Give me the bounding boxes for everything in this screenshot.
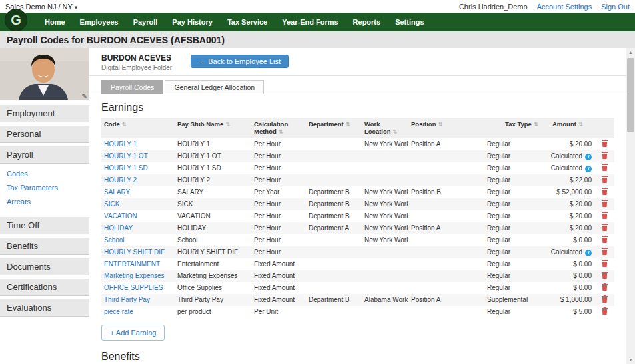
delete-earning-button[interactable] [602, 272, 608, 280]
delete-earning-button[interactable] [602, 260, 608, 268]
edit-photo-icon[interactable]: ✎ [82, 92, 87, 100]
amount-cell: $ 5.00i [541, 306, 594, 318]
work-location-cell: New York Work Loc [362, 234, 408, 246]
earning-code-link[interactable]: ENTERTAINMENT [104, 260, 160, 268]
account-settings-link[interactable]: Account Settings [537, 3, 592, 11]
sidebar-item[interactable]: Benefits [0, 238, 89, 255]
earning-code-link[interactable]: HOURLY SHIFT DIF [104, 248, 165, 256]
nav-item[interactable]: Year-End Forms [275, 18, 345, 26]
sort-icon[interactable]: ⇅ [122, 121, 127, 128]
delete-earning-button[interactable] [602, 188, 608, 196]
current-user-label: Chris Hadden_Demo [459, 3, 528, 11]
info-icon[interactable]: i [585, 250, 592, 256]
delete-earning-button[interactable] [602, 236, 608, 244]
tax-type-cell: Regular [484, 186, 541, 198]
earning-code-link[interactable]: Marketing Expenses [104, 272, 165, 279]
earning-code-link[interactable]: HOLIDAY [104, 224, 133, 232]
delete-earning-button[interactable] [602, 200, 608, 208]
column-header[interactable]: Pay Stub Name⇅ [175, 118, 251, 138]
earning-code-link[interactable]: HOURLY 1 SD [104, 164, 148, 172]
sidebar-item[interactable]: Certifications [0, 279, 89, 296]
column-header[interactable]: Department⇅ [306, 118, 362, 138]
delete-earning-button[interactable] [602, 164, 608, 172]
delete-earning-button[interactable] [602, 212, 608, 220]
delete-earning-button[interactable] [602, 140, 608, 148]
info-icon[interactable]: i [585, 166, 592, 172]
scroll-up-arrow[interactable]: ▲ [626, 48, 635, 57]
sort-icon[interactable]: ⇅ [534, 121, 538, 128]
sidebar-sub-link[interactable]: Arrears [0, 195, 89, 209]
tax-type-cell: Regular [484, 162, 541, 174]
sort-icon[interactable]: ⇅ [438, 121, 442, 128]
sort-icon[interactable]: ⇅ [393, 128, 398, 135]
back-to-employee-list-button[interactable]: ← Back to Employee List [191, 55, 289, 68]
sidebar-sub-link[interactable]: Codes [0, 167, 89, 181]
trash-icon [602, 295, 608, 303]
tab-payroll-codes[interactable]: Payroll Codes [101, 80, 163, 94]
position-cell [408, 174, 484, 186]
earning-code-link[interactable]: School [104, 236, 125, 244]
tax-type-cell: Regular [484, 246, 541, 258]
sidebar-item[interactable]: Evaluations [0, 299, 89, 317]
column-header[interactable]: Calculation Method⇅ [251, 118, 306, 138]
column-header[interactable]: Position⇅ [408, 118, 484, 138]
nav-item[interactable]: Pay History [165, 18, 220, 26]
app-logo[interactable]: G [5, 9, 27, 31]
earning-code-link[interactable]: SALARY [104, 188, 130, 196]
earning-code-link[interactable]: HOURLY 1 [104, 140, 137, 148]
nav-item[interactable]: Tax Service [220, 18, 275, 26]
earnings-row: ENTERTAINMENT Entertainment Fixed Amount… [101, 258, 614, 270]
delete-earning-button[interactable] [602, 307, 608, 316]
delete-earning-button[interactable] [602, 283, 608, 292]
sidebar-item[interactable]: Personal [0, 126, 89, 143]
delete-earning-button[interactable] [602, 176, 608, 184]
scroll-down-arrow[interactable]: ▼ [626, 355, 635, 364]
column-header[interactable]: Amount⇅ [541, 118, 594, 138]
calc-method-cell: Per Hour [251, 150, 306, 162]
column-header[interactable]: ⇅ [594, 118, 614, 138]
earning-code-link[interactable]: HOURLY 1 OT [104, 152, 148, 160]
column-header[interactable]: Code⇅ [101, 118, 175, 138]
nav-item[interactable]: Home [37, 18, 73, 26]
column-header[interactable]: Work Location⇅ [362, 118, 408, 138]
sidebar-item[interactable]: Time Off [0, 217, 89, 234]
sort-icon[interactable]: ⇅ [346, 121, 350, 128]
sidebar-item[interactable]: Employment [0, 105, 89, 122]
sort-icon[interactable]: ⇅ [225, 121, 230, 128]
earning-code-link[interactable]: piece rate [104, 308, 133, 315]
amount-cell: $ 0.00i [541, 234, 594, 246]
delete-earning-button[interactable] [602, 152, 608, 160]
scrollbar-thumb[interactable] [627, 58, 634, 132]
sign-out-link[interactable]: Sign Out [601, 3, 630, 11]
vertical-scrollbar[interactable]: ▲ ▼ [626, 48, 635, 364]
nav-item[interactable]: Employees [73, 18, 126, 26]
delete-earning-button[interactable] [602, 248, 608, 256]
calc-method-cell: Fixed Amount [251, 282, 306, 294]
sidebar-item[interactable]: Documents [0, 258, 89, 275]
column-header[interactable]: Tax Type⇅ [484, 118, 541, 138]
earning-code-link[interactable]: Third Party Pay [104, 296, 150, 303]
earnings-row: HOURLY SHIFT DIF HOURLY SHIFT DIF Per Ho… [101, 246, 614, 258]
earning-code-link[interactable]: OFFICE SUPPLIES [104, 284, 163, 291]
tab-bar: Payroll Codes General Ledger Allocation [89, 76, 626, 94]
sort-icon[interactable]: ⇅ [578, 121, 583, 128]
delete-earning-button[interactable] [602, 295, 608, 304]
info-icon[interactable]: i [585, 154, 592, 160]
nav-item[interactable]: Settings [388, 18, 431, 26]
nav-item[interactable]: Reports [346, 18, 388, 26]
tab-general-ledger-allocation[interactable]: General Ledger Allocation [165, 80, 264, 94]
calc-method-cell: Per Hour [251, 198, 306, 210]
sort-icon[interactable]: ⇅ [279, 128, 283, 135]
pay-stub-name-cell: HOURLY 1 [175, 138, 251, 151]
add-earning-button[interactable]: + Add Earning [101, 325, 165, 341]
earning-code-link[interactable]: SICK [104, 200, 119, 208]
earning-code-link[interactable]: VACATION [104, 212, 137, 220]
earning-code-link[interactable]: HOURLY 2 [104, 176, 137, 184]
employee-folder-label: Digital Employee Folder [101, 64, 172, 71]
delete-earning-button[interactable] [602, 224, 608, 232]
calc-method-cell: Fixed Amount [251, 270, 306, 282]
nav-item[interactable]: Payroll [126, 18, 165, 26]
sidebar-item[interactable]: Payroll [0, 146, 89, 164]
sidebar-sub-link[interactable]: Tax Parameters [0, 181, 89, 195]
department-cell [306, 162, 362, 174]
